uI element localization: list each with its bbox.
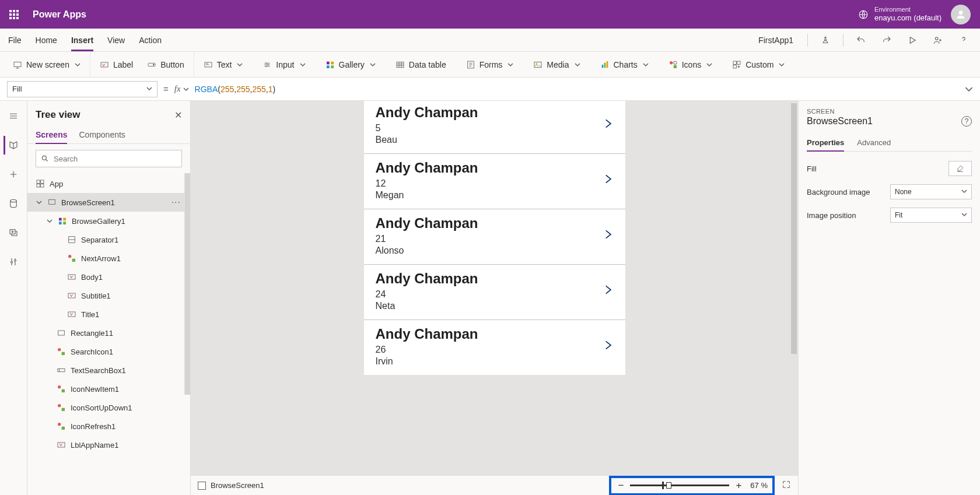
chevron-right-icon[interactable]	[602, 115, 614, 134]
zoom-in-button[interactable]: +	[734, 480, 743, 492]
tree-search[interactable]	[36, 150, 182, 167]
forms-dropdown[interactable]: Forms	[464, 58, 516, 72]
menu-file[interactable]: File	[8, 29, 22, 51]
chevron-right-icon[interactable]	[602, 337, 614, 356]
screen-icon	[13, 60, 22, 69]
svg-rect-25	[733, 65, 736, 68]
tree-node-textsearchbox[interactable]: TextSearchBox1	[27, 361, 190, 380]
tree-node-app[interactable]: App	[27, 174, 190, 193]
scrollbar[interactable]	[184, 173, 190, 395]
menu-home[interactable]: Home	[36, 29, 57, 51]
share-button[interactable]	[930, 32, 946, 48]
new-screen-button[interactable]: New screen	[10, 58, 83, 72]
help-button[interactable]	[956, 32, 972, 48]
rail-insert[interactable]	[4, 165, 23, 184]
gallery-item[interactable]: Andy Champan 21 Alonso	[364, 209, 625, 264]
menu-view[interactable]: View	[107, 29, 125, 51]
formula-expand[interactable]	[965, 85, 973, 93]
menu-insert[interactable]: Insert	[71, 29, 93, 51]
control-type-label: SCREEN	[807, 108, 972, 115]
screen-checkbox[interactable]	[198, 482, 206, 490]
chevron-down-icon[interactable]	[46, 218, 53, 224]
app-checker-button[interactable]	[817, 32, 834, 48]
custom-dropdown[interactable]: Custom	[730, 58, 787, 72]
rail-tree-view[interactable]	[4, 136, 22, 155]
zoom-out-button[interactable]: −	[616, 480, 625, 492]
tree-node-nextarrow[interactable]: NextArrow1	[27, 249, 190, 268]
gallery-dropdown[interactable]: Gallery	[323, 58, 378, 72]
tree-node-browsescreen[interactable]: BrowseScreen1 ···	[27, 193, 190, 212]
chevron-right-icon[interactable]	[602, 171, 614, 189]
datatable-button[interactable]: Data table	[393, 58, 449, 72]
chevron-down-icon	[300, 60, 306, 69]
rail-tools[interactable]	[4, 252, 23, 271]
tree-node-refresh[interactable]: IconRefresh1	[27, 417, 190, 436]
tree-node-sort[interactable]: IconSortUpDown1	[27, 398, 190, 417]
fit-to-window-button[interactable]	[782, 480, 791, 491]
tree-label: Body1	[81, 273, 103, 282]
footer-left: BrowseScreen1	[198, 481, 264, 490]
media-dropdown[interactable]: Media	[531, 58, 582, 72]
chevron-right-icon[interactable]	[602, 282, 614, 300]
charts-dropdown[interactable]: Charts	[598, 58, 651, 72]
more-icon[interactable]: ···	[172, 197, 184, 208]
tree-node-separator[interactable]: Separator1	[27, 230, 190, 249]
tree-node-searchicon[interactable]: SearchIcon1	[27, 342, 190, 361]
tab-components[interactable]: Components	[79, 127, 125, 143]
form-icon	[466, 60, 475, 69]
tree-node-gallery[interactable]: BrowseGallery1	[27, 212, 190, 230]
tree-node-title1[interactable]: Title1	[27, 305, 190, 324]
tree-node-newitem[interactable]: IconNewItem1	[27, 380, 190, 398]
zoom-slider[interactable]	[630, 485, 729, 486]
chevron-down-icon[interactable]	[36, 199, 43, 205]
tab-screens[interactable]: Screens	[36, 127, 67, 144]
menu-action[interactable]: Action	[139, 29, 162, 51]
property-selector[interactable]: Fill	[7, 81, 158, 97]
gallery-item[interactable]: Andy Champan 12 Megan	[364, 153, 625, 209]
tree-node-rect[interactable]: Rectangle11	[27, 324, 190, 342]
redo-button[interactable]	[878, 32, 895, 48]
rail-hamburger[interactable]	[4, 107, 23, 125]
tree-body[interactable]: App BrowseScreen1 ··· BrowseGallery1 Sep…	[27, 173, 190, 495]
svg-rect-51	[62, 408, 65, 411]
icons-dropdown[interactable]: Icons	[666, 58, 715, 72]
prop-label: Background image	[807, 188, 870, 196]
avatar[interactable]	[951, 5, 971, 24]
zoom-percent: 67 %	[750, 481, 768, 490]
tab-properties[interactable]: Properties	[807, 135, 844, 152]
label-icon	[100, 60, 109, 69]
undo-button[interactable]	[853, 32, 869, 48]
chevron-right-icon[interactable]	[602, 226, 614, 245]
gallery-item[interactable]: Andy Champan 5 Beau	[364, 101, 625, 153]
button-button[interactable]: Button	[145, 58, 186, 72]
canvas-area[interactable]: Andy Champan 5 Beau Andy Champan 12 Mega…	[191, 101, 798, 475]
help-icon[interactable]: ?	[961, 116, 972, 127]
zoom-slider-thumb[interactable]	[666, 482, 671, 489]
label-button[interactable]: Label	[97, 58, 135, 72]
input-dropdown[interactable]: Input	[260, 58, 307, 72]
svg-point-50	[58, 404, 61, 407]
tree-node-subtitle[interactable]: Subtitle1	[27, 286, 190, 305]
close-icon[interactable]: ✕	[174, 110, 182, 121]
tab-advanced[interactable]: Advanced	[857, 135, 891, 151]
tree-node-body[interactable]: Body1	[27, 268, 190, 286]
text-dropdown[interactable]: Text	[201, 58, 246, 72]
search-input[interactable]	[54, 155, 177, 163]
fill-color-button[interactable]	[949, 161, 972, 176]
gallery-item[interactable]: Andy Champan 24 Neta	[364, 264, 625, 320]
bg-image-select[interactable]: None	[890, 184, 972, 199]
separator-icon	[67, 235, 76, 244]
rail-data[interactable]	[4, 194, 23, 213]
tree-label: LblAppName1	[71, 441, 118, 450]
play-button[interactable]	[904, 32, 921, 48]
gallery-item[interactable]: Andy Champan 26 Irvin	[364, 320, 625, 375]
waffle-icon[interactable]	[9, 10, 19, 19]
formula-input[interactable]: RGBA(255, 255, 255, 1)	[195, 81, 959, 97]
canvas-scrollbar[interactable]	[791, 101, 797, 475]
environment-block[interactable]: Environment enayu.com (default)	[858, 5, 942, 23]
fx-button[interactable]: fx	[174, 84, 189, 94]
image-position-select[interactable]: Fit	[890, 208, 972, 223]
phone-screen[interactable]: Andy Champan 5 Beau Andy Champan 12 Mega…	[364, 101, 625, 375]
tree-node-appname[interactable]: LblAppName1	[27, 436, 190, 454]
rail-media[interactable]	[4, 223, 23, 242]
